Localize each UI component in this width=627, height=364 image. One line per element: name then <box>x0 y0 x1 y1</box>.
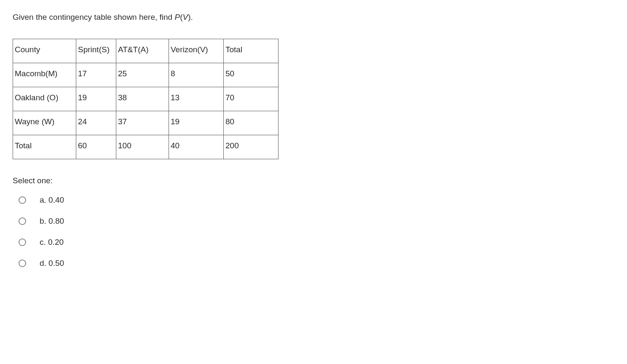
cell-county: Oakland (O) <box>13 87 76 111</box>
cell-verizon: 13 <box>169 87 224 111</box>
cell-verizon: 19 <box>169 111 224 135</box>
cell-total: 200 <box>224 135 279 159</box>
option-label: d. 0.50 <box>40 259 64 268</box>
table-row: Total 60 100 40 200 <box>13 135 279 159</box>
cell-att: 25 <box>116 63 169 87</box>
header-att: AT&T(A) <box>116 39 169 63</box>
table-row: Oakland (O) 19 38 13 70 <box>13 87 279 111</box>
cell-county: Macomb(M) <box>13 63 76 87</box>
header-total: Total <box>224 39 279 63</box>
header-verizon: Verizon(V) <box>169 39 224 63</box>
header-sprint: Sprint(S) <box>76 39 116 63</box>
cell-county: Wayne (W) <box>13 111 76 135</box>
question-formula-v: V <box>182 13 188 21</box>
cell-total: 80 <box>224 111 279 135</box>
cell-total: 70 <box>224 87 279 111</box>
option-c[interactable]: c. 0.20 <box>19 238 614 247</box>
cell-att: 38 <box>116 87 169 111</box>
option-label: c. 0.20 <box>40 238 64 247</box>
question-paren-close: ). <box>188 13 193 21</box>
option-label: a. 0.40 <box>40 195 64 205</box>
cell-att: 100 <box>116 135 169 159</box>
radio-icon[interactable] <box>19 238 26 246</box>
contingency-table: County Sprint(S) AT&T(A) Verizon(V) Tota… <box>13 39 279 159</box>
options-list: a. 0.40 b. 0.80 c. 0.20 d. 0.50 <box>13 195 614 268</box>
option-label: b. 0.80 <box>40 217 64 226</box>
cell-sprint: 17 <box>76 63 116 87</box>
cell-county: Total <box>13 135 76 159</box>
cell-total: 50 <box>224 63 279 87</box>
option-a[interactable]: a. 0.40 <box>19 195 614 205</box>
cell-verizon: 40 <box>169 135 224 159</box>
question-formula-p: P <box>174 13 180 21</box>
cell-sprint: 24 <box>76 111 116 135</box>
radio-icon[interactable] <box>19 260 26 267</box>
cell-sprint: 19 <box>76 87 116 111</box>
cell-att: 37 <box>116 111 169 135</box>
header-county: County <box>13 39 76 63</box>
cell-verizon: 8 <box>169 63 224 87</box>
cell-sprint: 60 <box>76 135 116 159</box>
option-d[interactable]: d. 0.50 <box>19 259 614 268</box>
question-text: Given the contingency table shown here, … <box>13 13 614 22</box>
radio-icon[interactable] <box>19 196 26 204</box>
radio-icon[interactable] <box>19 217 26 225</box>
select-one-label: Select one: <box>13 176 614 185</box>
option-b[interactable]: b. 0.80 <box>19 217 614 226</box>
table-header-row: County Sprint(S) AT&T(A) Verizon(V) Tota… <box>13 39 279 63</box>
question-prefix: Given the contingency table shown here, … <box>13 13 174 21</box>
table-row: Macomb(M) 17 25 8 50 <box>13 63 279 87</box>
table-row: Wayne (W) 24 37 19 80 <box>13 111 279 135</box>
